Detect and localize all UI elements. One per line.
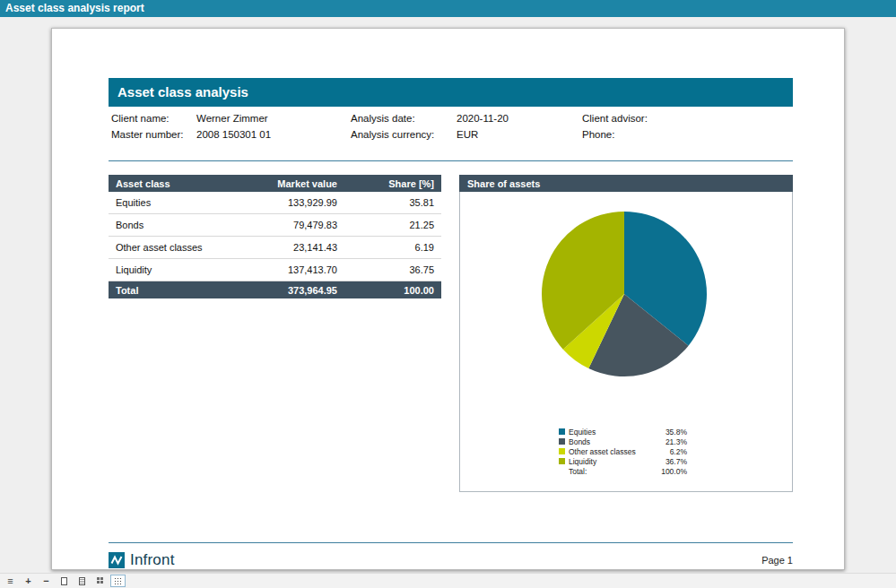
client-info: Client name: Werner Zimmer Master number… (109, 107, 793, 160)
legend-swatch (559, 448, 565, 454)
page-number: Page 1 (761, 555, 793, 566)
legend-total-value: 100.0% (653, 467, 687, 476)
header-divider (109, 160, 793, 161)
total-market-value: 373,964.95 (237, 285, 344, 296)
legend-total-label: Total: (569, 467, 653, 476)
analysis-currency-value: EUR (457, 129, 478, 140)
legend-label: Bonds (569, 437, 653, 446)
legend-value: 6.2% (653, 447, 687, 456)
multi-page-view-button[interactable] (92, 575, 108, 587)
table-body: Equities133,929.9935.81Bonds79,479.8321.… (109, 192, 441, 281)
market-value-cell: 137,413.70 (237, 264, 344, 275)
zoom-out-button[interactable]: − (39, 575, 54, 587)
master-number-value: 2008 150301 01 (196, 129, 271, 140)
share-cell: 6.19 (344, 242, 441, 253)
legend-total: Total:100.0% (559, 466, 693, 476)
infront-logo-icon (109, 552, 125, 568)
legend-item: Equities35.8% (559, 427, 693, 437)
share-cell: 36.75 (344, 264, 441, 275)
legend-item: Bonds21.3% (559, 437, 693, 446)
zoom-out-icon: − (43, 575, 48, 586)
report-title: Asset class analysis (117, 84, 248, 99)
asset-class-cell: Other asset classes (109, 242, 237, 253)
table-header-row: Asset class Market value Share [%] (109, 175, 441, 192)
pie-chart (460, 199, 794, 414)
phone-label: Phone: (582, 129, 614, 140)
share-cell: 21.25 (344, 220, 441, 230)
thumbnail-grid-view-button[interactable] (110, 575, 126, 587)
report-footer: Infront Page 1 (109, 549, 793, 572)
single-page-view-button[interactable] (57, 575, 72, 587)
legend-value: 21.3% (653, 437, 687, 446)
share-cell: 35.81 (344, 197, 441, 208)
chart-legend: Equities35.8%Bonds21.3%Other asset class… (559, 427, 693, 476)
window-title: Asset class analysis report (5, 2, 144, 14)
table-row: Bonds79,479.8321.25 (109, 214, 441, 237)
chart-panel-body: Equities35.8%Bonds21.3%Other asset class… (460, 192, 792, 490)
client-name-label: Client name: (111, 113, 170, 124)
report-page: Asset class analysis Client name: Werner… (51, 28, 845, 570)
table-row: Other asset classes23,141.436.19 (109, 237, 441, 259)
zoom-in-button[interactable]: + (21, 575, 36, 587)
table-total-row: Total 373,964.95 100.00 (109, 281, 441, 298)
text-page-view-button[interactable] (74, 575, 90, 587)
asset-class-header: Asset class (109, 178, 237, 189)
client-name-value: Werner Zimmer (196, 113, 268, 124)
asset-class-cell: Equities (109, 197, 237, 208)
brand-name: Infront (130, 551, 175, 569)
zoom-in-icon: + (25, 575, 30, 586)
legend-value: 36.7% (653, 457, 687, 466)
legend-swatch (559, 458, 565, 464)
single-page-icon (61, 577, 67, 585)
legend-value: 35.8% (653, 428, 687, 437)
brand: Infront (109, 551, 175, 569)
bottom-toolbar: ≡ + − (0, 573, 896, 588)
total-label: Total (109, 285, 237, 296)
market-value-cell: 23,141.43 (237, 242, 344, 253)
client-advisor-label: Client advisor: (582, 113, 648, 124)
legend-label: Other asset classes (569, 447, 653, 456)
table-row: Liquidity137,413.7036.75 (109, 259, 441, 281)
market-value-header: Market value (237, 178, 344, 189)
analysis-currency-label: Analysis currency: (351, 129, 434, 140)
asset-class-table: Asset class Market value Share [%] Equit… (109, 175, 441, 298)
legend-swatch-empty (559, 468, 565, 474)
grid-dots-icon (114, 577, 122, 585)
report-title-band: Asset class analysis (109, 78, 793, 107)
market-value-cell: 79,479.83 (237, 220, 344, 230)
four-pages-icon (97, 577, 104, 584)
text-page-icon (79, 577, 85, 585)
market-value-cell: 133,929.99 (237, 197, 344, 208)
asset-class-cell: Bonds (109, 220, 237, 230)
chart-panel-title: Share of assets (467, 178, 540, 189)
legend-label: Liquidity (569, 457, 653, 466)
asset-class-cell: Liquidity (109, 264, 237, 275)
legend-swatch (559, 428, 565, 435)
analysis-date-label: Analysis date: (351, 113, 415, 124)
menu-button[interactable]: ≡ (3, 575, 18, 587)
footer-divider (109, 542, 793, 543)
chart-panel-header: Share of assets (459, 175, 793, 192)
report-preview-area: Asset class analysis Client name: Werner… (0, 17, 896, 573)
window-titlebar: Asset class analysis report (0, 0, 896, 17)
legend-item: Liquidity36.7% (559, 456, 693, 466)
share-of-assets-panel: Share of assets Equities35.8%Bonds21.3%O… (459, 175, 793, 492)
legend-item: Other asset classes6.2% (559, 446, 693, 456)
table-row: Equities133,929.9935.81 (109, 192, 441, 214)
analysis-date-value: 2020-11-20 (457, 113, 509, 124)
legend-label: Equities (569, 428, 653, 437)
share-header: Share [%] (344, 178, 441, 189)
total-share: 100.00 (344, 285, 441, 296)
master-number-label: Master number: (111, 129, 184, 140)
menu-icon: ≡ (7, 575, 13, 586)
legend-swatch (559, 438, 565, 445)
